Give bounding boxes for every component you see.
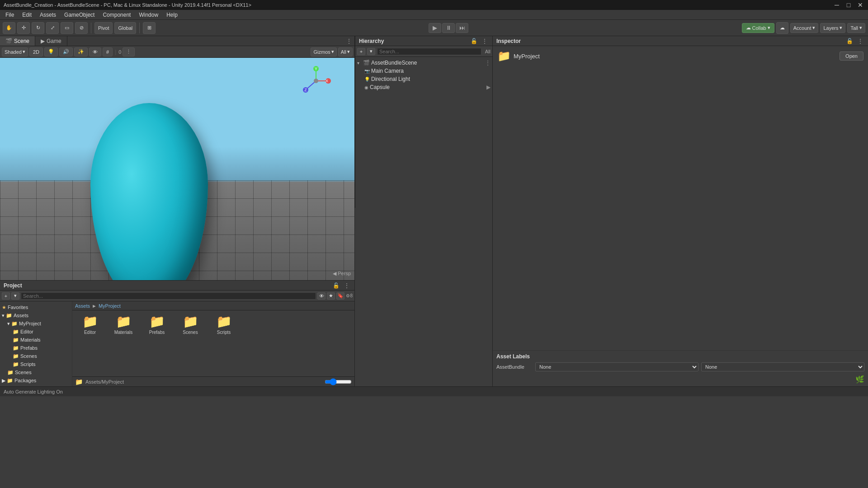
menu-window[interactable]: Window bbox=[135, 11, 162, 19]
title-bar-controls[interactable]: ─ □ ✕ bbox=[833, 1, 864, 9]
scene-fx-btn[interactable]: ✨ bbox=[74, 47, 88, 56]
scenes-sub-folder-icon: 📁 bbox=[13, 353, 19, 359]
project-more-btn[interactable]: ⋮ bbox=[343, 282, 351, 289]
2d-button[interactable]: 2D bbox=[29, 47, 43, 56]
asset-bundle-select-1[interactable]: None bbox=[535, 362, 698, 371]
file-editor[interactable]: 📁 Editor bbox=[74, 312, 106, 337]
hierarchy-main-camera[interactable]: 📷 Main Camera bbox=[355, 67, 492, 75]
maximize-button[interactable]: □ bbox=[844, 1, 853, 9]
menu-component[interactable]: Component bbox=[99, 11, 134, 19]
hierarchy-capsule[interactable]: ◉ Capsule ▶ bbox=[355, 83, 492, 91]
project-prefabs[interactable]: 📁 Prefabs bbox=[0, 344, 72, 352]
scene-audio-btn[interactable]: 🔊 bbox=[59, 47, 73, 56]
menu-gameobject[interactable]: GameObject bbox=[61, 11, 98, 19]
project-editor[interactable]: 📁 Editor bbox=[0, 328, 72, 336]
asset-labels-leaf-icon[interactable]: 🌿 bbox=[855, 375, 864, 384]
menu-help[interactable]: Help bbox=[163, 11, 181, 19]
file-scripts[interactable]: 📁 Scripts bbox=[208, 312, 240, 337]
all-label: All bbox=[341, 49, 346, 55]
scene-name: AssetBundleScene bbox=[371, 60, 417, 66]
pause-button[interactable]: ⏸ bbox=[442, 23, 455, 33]
pivot-button[interactable]: Pivot bbox=[94, 22, 113, 34]
project-packages[interactable]: ▶ 📁 Packages bbox=[0, 376, 72, 385]
hierarchy-search-input[interactable] bbox=[377, 48, 481, 55]
directional-light-label: Directional Light bbox=[371, 76, 410, 82]
prefabs-file-icon: 📁 bbox=[149, 314, 165, 329]
play-button[interactable]: ▶ bbox=[429, 23, 441, 33]
close-button[interactable]: ✕ bbox=[856, 1, 864, 9]
project-materials[interactable]: 📁 Materials bbox=[0, 336, 72, 344]
project-scenes-top[interactable]: 📁 Scenes bbox=[0, 368, 72, 376]
main-layout: 🎬 Scene ▶ Game ⋮ Shaded ▾ 2D 💡 🔊 ✨ bbox=[0, 36, 868, 386]
scene-grid-btn[interactable]: # bbox=[103, 47, 113, 56]
tab-game[interactable]: ▶ Game bbox=[35, 36, 67, 46]
minimize-button[interactable]: ─ bbox=[833, 1, 841, 9]
hierarchy-scene-root[interactable]: ▾ 🎬 AssetBundleScene ⋮ bbox=[355, 59, 492, 67]
hierarchy-more-btn[interactable]: ⋮ bbox=[481, 38, 489, 45]
hierarchy-directional-light[interactable]: 💡 Directional Light bbox=[355, 75, 492, 83]
project-lock-btn[interactable]: 🔓 bbox=[331, 282, 341, 289]
all-dropdown[interactable]: All ▾ bbox=[338, 47, 353, 56]
tool-rotate[interactable]: ↻ bbox=[32, 22, 44, 34]
file-scenes[interactable]: 📁 Scenes bbox=[175, 312, 206, 337]
project-star-btn[interactable]: ★ bbox=[327, 292, 335, 300]
tab-more-btn[interactable]: ⋮ bbox=[344, 36, 354, 46]
menu-assets[interactable]: Assets bbox=[36, 11, 60, 19]
tool-move[interactable]: ✢ bbox=[17, 22, 30, 34]
cloud-button[interactable]: ☁ bbox=[776, 22, 788, 34]
editor-label: Editor bbox=[20, 329, 33, 334]
asset-bundle-select-2[interactable]: None bbox=[701, 362, 864, 371]
project-myproject[interactable]: ▾ 📁 MyProject bbox=[0, 319, 72, 328]
file-materials[interactable]: 📁 Materials bbox=[108, 312, 139, 337]
project-scenes-sub[interactable]: 📁 Scenes bbox=[0, 352, 72, 360]
file-prefabs[interactable]: 📁 Prefabs bbox=[141, 312, 173, 337]
packages-folder-icon: 📁 bbox=[7, 378, 13, 384]
collab-button[interactable]: ☁ Collab ▾ bbox=[742, 23, 774, 33]
shading-mode-dropdown[interactable]: Shaded ▾ bbox=[2, 47, 28, 56]
inspector-lock-btn[interactable]: 🔓 bbox=[845, 38, 854, 45]
breadcrumb-assets[interactable]: Assets bbox=[75, 303, 90, 309]
scene-viewport[interactable]: X Y Z ◀ Persp bbox=[0, 58, 354, 280]
account-dropdown[interactable]: Account ▾ bbox=[790, 23, 819, 33]
hierarchy-lock-btn[interactable]: 🔓 bbox=[469, 38, 479, 45]
inspector-col: Inspector 🔓 ⋮ 📁 MyProject Open Asset Lab… bbox=[492, 36, 868, 386]
tool-rect[interactable]: ▭ bbox=[61, 22, 73, 34]
project-eye-btn[interactable]: 👁 bbox=[317, 292, 326, 300]
shading-chevron-icon: ▾ bbox=[23, 49, 25, 55]
grid-button[interactable]: ⊞ bbox=[143, 22, 156, 34]
inspector-open-button[interactable]: Open bbox=[840, 52, 863, 61]
project-search-input[interactable] bbox=[21, 292, 316, 300]
hierarchy-dropdown-btn[interactable]: ▾ bbox=[367, 48, 375, 55]
layout-dropdown[interactable]: Tall ▾ bbox=[847, 23, 865, 33]
inspector-more-btn[interactable]: ⋮ bbox=[856, 38, 864, 45]
step-button[interactable]: ⏭ bbox=[456, 23, 468, 33]
project-bookmark-btn[interactable]: 🔖 bbox=[336, 292, 344, 300]
project-assets-root[interactable]: ▾ 📁 Assets bbox=[0, 311, 72, 319]
scene-gizmo: X Y Z bbox=[300, 65, 332, 97]
project-file-grid: 📁 Editor 📁 Materials 📁 Prefabs 📁 bbox=[72, 310, 354, 338]
scene-hidden-btn[interactable]: 👁 bbox=[89, 47, 101, 56]
scene-extra-btn[interactable]: ⋮ bbox=[123, 47, 135, 56]
menu-file[interactable]: File bbox=[2, 11, 18, 19]
gizmos-chevron-icon: ▾ bbox=[331, 49, 334, 55]
project-zoom-slider[interactable] bbox=[325, 379, 352, 385]
scene-icon-h: 🎬 bbox=[363, 60, 370, 66]
scene-more-btn[interactable]: ⋮ bbox=[485, 60, 491, 66]
project-add-btn[interactable]: + bbox=[2, 292, 10, 300]
gizmos-dropdown[interactable]: Gizmos ▾ bbox=[311, 47, 336, 56]
project-dropdown-btn[interactable]: ▾ bbox=[11, 292, 19, 300]
project-favorites[interactable]: ★ Favorites bbox=[0, 303, 72, 311]
breadcrumb-myproject[interactable]: MyProject bbox=[99, 303, 121, 309]
tool-hand[interactable]: ✋ bbox=[3, 22, 15, 34]
scene-light-btn[interactable]: 💡 bbox=[44, 47, 58, 56]
capsule-more-btn[interactable]: ▶ bbox=[486, 84, 491, 90]
menu-edit[interactable]: Edit bbox=[19, 11, 35, 19]
tab-scene[interactable]: 🎬 Scene bbox=[0, 36, 35, 46]
scene-toolbar: Shaded ▾ 2D 💡 🔊 ✨ 👁 # | 0 ⋮ Gizmos ▾ All bbox=[0, 46, 354, 58]
global-button[interactable]: Global bbox=[114, 22, 136, 34]
hierarchy-add-btn[interactable]: + bbox=[357, 48, 365, 55]
tool-transform[interactable]: ⊘ bbox=[75, 22, 88, 34]
tool-scale[interactable]: ⤢ bbox=[46, 22, 59, 34]
project-scripts[interactable]: 📁 Scripts bbox=[0, 360, 72, 368]
layers-dropdown[interactable]: Layers ▾ bbox=[820, 23, 845, 33]
